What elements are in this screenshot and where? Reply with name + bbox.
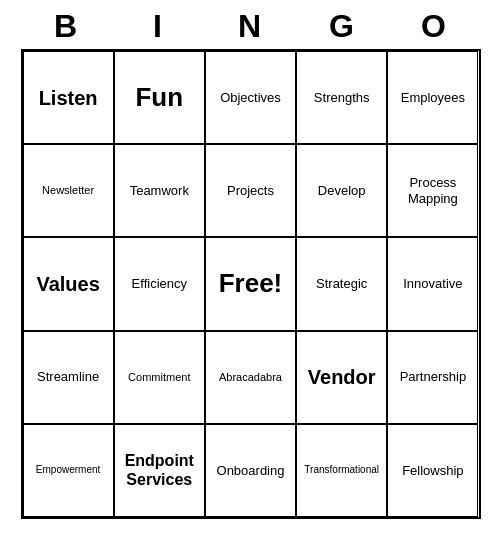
bingo-cell: Strategic [296, 237, 387, 330]
bingo-cell: Commitment [114, 331, 205, 424]
bingo-cell: Vendor [296, 331, 387, 424]
bingo-grid: ListenFunObjectivesStrengthsEmployeesNew… [21, 49, 481, 519]
bingo-cell: Process Mapping [387, 144, 478, 237]
bingo-cell: Partnership [387, 331, 478, 424]
bingo-cell: Fun [114, 51, 205, 144]
bingo-cell: Develop [296, 144, 387, 237]
bingo-cell: Listen [23, 51, 114, 144]
bingo-cell: Innovative [387, 237, 478, 330]
bingo-cell: Employees [387, 51, 478, 144]
header-o: O [389, 8, 481, 45]
bingo-cell: Teamwork [114, 144, 205, 237]
bingo-cell: Objectives [205, 51, 296, 144]
bingo-cell: Endpoint Services [114, 424, 205, 517]
bingo-cell: Free! [205, 237, 296, 330]
bingo-cell: Transformational [296, 424, 387, 517]
bingo-cell: Abracadabra [205, 331, 296, 424]
header-g: G [297, 8, 389, 45]
bingo-cell: Streamline [23, 331, 114, 424]
header-i: I [113, 8, 205, 45]
bingo-cell: Values [23, 237, 114, 330]
bingo-cell: Fellowship [387, 424, 478, 517]
bingo-cell: Efficiency [114, 237, 205, 330]
bingo-cell: Projects [205, 144, 296, 237]
bingo-cell: Empowerment [23, 424, 114, 517]
bingo-cell: Onboarding [205, 424, 296, 517]
header-n: N [205, 8, 297, 45]
header-b: B [21, 8, 113, 45]
bingo-header: B I N G O [21, 8, 481, 45]
bingo-cell: Strengths [296, 51, 387, 144]
bingo-cell: Newsletter [23, 144, 114, 237]
